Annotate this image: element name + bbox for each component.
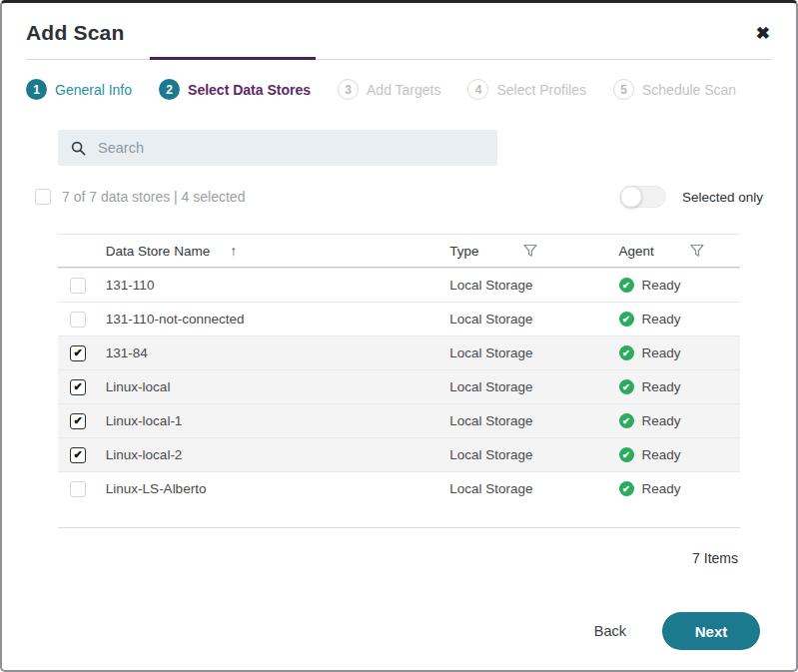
step-label: General Info <box>55 82 132 98</box>
status-ready-icon: ✔ <box>619 379 634 394</box>
table-row[interactable]: ✔ Linux-local Local Storage ✔ Ready <box>58 369 740 403</box>
step-number-badge: 5 <box>613 79 634 100</box>
type-cell: Local Storage <box>449 379 618 394</box>
step-number-badge: 2 <box>159 79 180 100</box>
search-input[interactable] <box>96 139 484 157</box>
type-cell: Local Storage <box>449 481 618 496</box>
column-header-name[interactable]: Data Store Name ↑ <box>106 243 449 259</box>
status-label: Ready <box>642 447 681 462</box>
data-store-name-cell: 131-110 <box>106 278 449 293</box>
data-store-name-cell: Linux-local-2 <box>106 447 449 462</box>
status-ready-icon: ✔ <box>619 447 634 462</box>
status-label: Ready <box>642 278 681 293</box>
type-cell: Local Storage <box>449 345 618 360</box>
status-ready-icon: ✔ <box>619 345 634 360</box>
page-title: Add Scan <box>26 21 124 45</box>
data-store-name-cell: 131-110-not-connected <box>106 312 449 327</box>
table-footer-divider <box>58 527 740 528</box>
table-body: 131-110 Local Storage ✔ Ready 131-110-no… <box>58 268 740 505</box>
column-header-agent[interactable]: Agent <box>619 244 740 259</box>
status-label: Ready <box>642 413 681 428</box>
table-header-row: Data Store Name ↑ Type Agent <box>58 234 740 268</box>
data-store-name-cell: Linux-LS-Alberto <box>106 481 449 496</box>
step-number-badge: 3 <box>338 79 359 100</box>
toggle-knob <box>620 186 642 208</box>
search-box[interactable] <box>58 130 497 166</box>
agent-status-cell: ✔ Ready <box>619 278 740 293</box>
agent-status-cell: ✔ Ready <box>619 447 740 462</box>
type-cell: Local Storage <box>449 447 618 462</box>
step-item[interactable]: 1 General Info <box>26 79 132 100</box>
filter-icon[interactable] <box>523 244 537 258</box>
step-item: 4 Select Profiles <box>467 79 585 100</box>
row-checkbox[interactable] <box>70 481 86 497</box>
step-label: Schedule Scan <box>642 82 736 98</box>
sort-asc-icon[interactable]: ↑ <box>230 243 237 259</box>
step-label: Select Data Stores <box>188 82 311 98</box>
agent-status-cell: ✔ Ready <box>619 379 740 394</box>
agent-status-cell: ✔ Ready <box>619 481 740 496</box>
row-checkbox[interactable]: ✔ <box>70 447 86 463</box>
table-row[interactable]: ✔ Linux-local-1 Local Storage ✔ Ready <box>58 403 740 437</box>
type-cell: Local Storage <box>449 278 618 293</box>
status-ready-icon: ✔ <box>619 312 634 327</box>
row-checkbox[interactable] <box>70 278 86 294</box>
step-item[interactable]: 2 Select Data Stores <box>159 79 311 100</box>
status-ready-icon: ✔ <box>619 413 634 428</box>
step-number-badge: 1 <box>26 79 47 100</box>
table-row[interactable]: ✔ 131-84 Local Storage ✔ Ready <box>58 336 740 369</box>
search-icon <box>71 141 86 156</box>
table-row[interactable]: 131-110-not-connected Local Storage ✔ Re… <box>58 302 740 336</box>
column-header-type[interactable]: Type <box>449 244 618 259</box>
status-label: Ready <box>642 345 681 360</box>
next-button[interactable]: Next <box>662 612 760 650</box>
selection-summary-text: 7 of 7 data stores | 4 selected <box>62 189 245 205</box>
status-ready-icon: ✔ <box>619 481 634 496</box>
type-cell: Local Storage <box>449 312 618 327</box>
status-label: Ready <box>642 312 681 327</box>
step-label: Select Profiles <box>496 82 585 98</box>
data-store-name-cell: 131-84 <box>106 345 449 360</box>
stepper: 1 General Info 2 Select Data Stores 3 Ad… <box>26 79 772 100</box>
data-store-name-cell: Linux-local-1 <box>106 413 449 428</box>
row-checkbox[interactable]: ✔ <box>70 379 86 395</box>
back-button[interactable]: Back <box>588 622 632 640</box>
step-item: 5 Schedule Scan <box>613 79 736 100</box>
type-cell: Local Storage <box>449 413 618 428</box>
status-ready-icon: ✔ <box>619 278 634 293</box>
table-row[interactable]: ✔ Linux-local-2 Local Storage ✔ Ready <box>58 437 740 471</box>
table-row[interactable]: Linux-LS-Alberto Local Storage ✔ Ready <box>58 471 740 505</box>
status-label: Ready <box>642 481 681 496</box>
add-scan-modal: Add Scan ✖ 1 General Info 2 Select Data … <box>0 0 798 672</box>
data-store-name-cell: Linux-local <box>106 379 449 394</box>
row-checkbox[interactable]: ✔ <box>70 345 86 361</box>
selected-only-toggle[interactable] <box>620 186 666 208</box>
agent-status-cell: ✔ Ready <box>619 413 740 428</box>
row-checkbox[interactable]: ✔ <box>70 413 86 429</box>
table-row[interactable]: 131-110 Local Storage ✔ Ready <box>58 268 740 302</box>
step-number-badge: 4 <box>467 79 488 100</box>
agent-status-cell: ✔ Ready <box>619 345 740 360</box>
selected-only-label: Selected only <box>682 190 763 205</box>
items-count: 7 Items <box>26 550 738 566</box>
step-progress-bar <box>150 57 316 60</box>
filter-icon[interactable] <box>690 244 704 258</box>
step-label: Add Targets <box>367 82 440 98</box>
agent-status-cell: ✔ Ready <box>619 312 740 327</box>
step-item: 3 Add Targets <box>338 79 440 100</box>
close-icon[interactable]: ✖ <box>754 21 772 46</box>
title-divider <box>26 59 772 60</box>
status-label: Ready <box>642 379 681 394</box>
row-checkbox[interactable] <box>70 312 86 328</box>
select-all-checkbox[interactable] <box>35 189 51 205</box>
data-store-table: Data Store Name ↑ Type Agent <box>58 234 740 505</box>
